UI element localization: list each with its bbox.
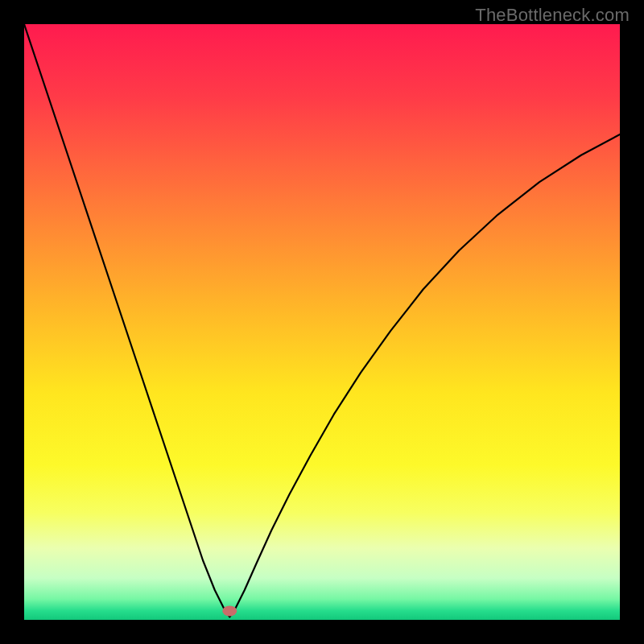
gradient-background — [24, 24, 620, 620]
watermark-text: TheBottleneck.com — [475, 5, 630, 26]
chart-plot — [24, 24, 620, 620]
optimum-marker — [222, 605, 237, 616]
chart-frame: TheBottleneck.com — [0, 0, 644, 644]
